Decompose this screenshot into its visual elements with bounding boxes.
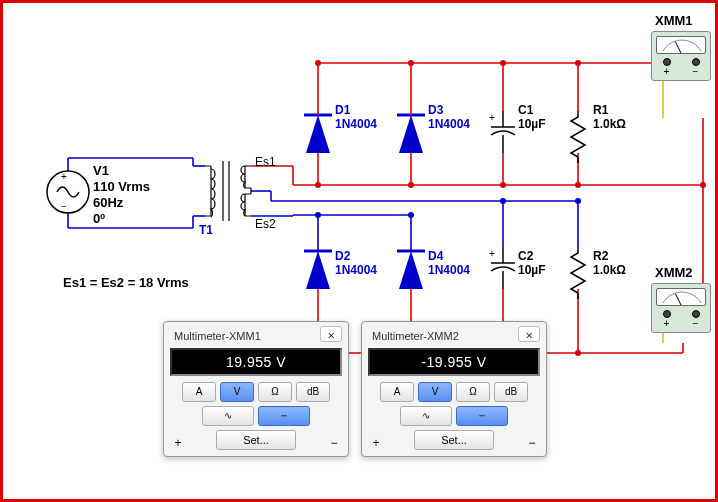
close-icon[interactable]: ⨉ <box>518 326 540 342</box>
terminal-minus[interactable] <box>692 310 700 318</box>
svg-point-44 <box>500 60 506 66</box>
svg-text:−: − <box>61 201 67 212</box>
close-icon[interactable]: ⨉ <box>320 326 342 342</box>
xmm1-name: XMM1 <box>655 13 693 28</box>
xmm2-name: XMM2 <box>655 265 693 280</box>
svg-text:+: + <box>489 112 495 123</box>
svg-point-50 <box>700 182 706 188</box>
diode-d4-icon <box>397 247 425 289</box>
mode-ohms-button[interactable]: Ω <box>258 382 292 402</box>
svg-text:+: + <box>489 248 495 259</box>
minus-icon: − <box>693 66 699 77</box>
source-label: V1 110 Vrms 60Hz 0º <box>93 163 150 227</box>
mode-db-button[interactable]: dB <box>494 382 528 402</box>
svg-point-46 <box>315 182 321 188</box>
popup-title: Multimeter-XMM1 <box>170 328 342 348</box>
svg-point-54 <box>575 350 581 356</box>
multimeter-popup-xmm1[interactable]: Multimeter-XMM1 ⨉ 19.955 V A V Ω dB ∿ ⎓ … <box>163 321 349 457</box>
d4-type: 1N4004 <box>428 263 470 277</box>
plus-icon: + <box>172 436 184 450</box>
mode-amps-button[interactable]: A <box>380 382 414 402</box>
svg-marker-69 <box>399 115 423 153</box>
svg-point-58 <box>575 198 581 204</box>
svg-point-47 <box>408 182 414 188</box>
d4-ref: D4 <box>428 249 443 263</box>
r2-ref: R2 <box>593 249 608 263</box>
minus-icon: − <box>526 436 538 450</box>
diode-d1-icon <box>304 111 332 153</box>
mode-dc-button[interactable]: ⎓ <box>456 406 508 426</box>
reading-display: -19.955 V <box>368 348 540 376</box>
mode-dc-button[interactable]: ⎓ <box>258 406 310 426</box>
minus-icon: − <box>328 436 340 450</box>
sec1-label: Es1 <box>255 155 276 169</box>
svg-point-42 <box>315 60 321 66</box>
capacitor-c2-icon: + <box>489 247 515 289</box>
plus-icon: + <box>664 318 670 329</box>
meter-needle-icon <box>656 36 706 54</box>
svg-point-43 <box>408 60 414 66</box>
svg-marker-66 <box>306 115 330 153</box>
svg-point-55 <box>315 212 321 218</box>
diode-d2-icon <box>304 247 332 289</box>
d2-type: 1N4004 <box>335 263 377 277</box>
mode-ohms-button[interactable]: Ω <box>456 382 490 402</box>
svg-marker-72 <box>306 251 330 289</box>
c1-ref: C1 <box>518 103 533 117</box>
svg-point-48 <box>500 182 506 188</box>
terminal-plus[interactable] <box>663 58 671 66</box>
circuit-diagram: + − <box>0 0 718 502</box>
minus-icon: − <box>693 318 699 329</box>
d3-type: 1N4004 <box>428 117 470 131</box>
svg-point-49 <box>575 182 581 188</box>
transformer-ref: T1 <box>199 223 213 237</box>
transformer-icon <box>205 161 251 221</box>
d1-ref: D1 <box>335 103 350 117</box>
c2-ref: C2 <box>518 249 533 263</box>
plus-icon: + <box>664 66 670 77</box>
popup-title: Multimeter-XMM2 <box>368 328 540 348</box>
mode-volts-button[interactable]: V <box>418 382 452 402</box>
r1-val: 1.0kΩ <box>593 117 626 131</box>
mode-amps-button[interactable]: A <box>182 382 216 402</box>
ac-source-icon: + − <box>47 171 89 213</box>
d2-ref: D2 <box>335 249 350 263</box>
svg-point-45 <box>575 60 581 66</box>
diode-d3-icon <box>397 111 425 153</box>
settings-button[interactable]: Set... <box>216 430 296 450</box>
source-freq: 60Hz <box>93 195 150 211</box>
terminal-minus[interactable] <box>692 58 700 66</box>
svg-text:+: + <box>61 171 67 182</box>
settings-button[interactable]: Set... <box>414 430 494 450</box>
capacitor-c1-icon: + <box>489 111 515 153</box>
svg-point-56 <box>408 212 414 218</box>
multimeter-xmm1-icon[interactable]: + − <box>651 31 711 81</box>
multimeter-xmm2-icon[interactable]: + − <box>651 283 711 333</box>
d3-ref: D3 <box>428 103 443 117</box>
r1-ref: R1 <box>593 103 608 117</box>
c1-val: 10µF <box>518 117 546 131</box>
multimeter-popup-xmm2[interactable]: Multimeter-XMM2 ⨉ -19.955 V A V Ω dB ∿ ⎓… <box>361 321 547 457</box>
mode-ac-button[interactable]: ∿ <box>202 406 254 426</box>
svg-marker-75 <box>399 251 423 289</box>
mode-ac-button[interactable]: ∿ <box>400 406 452 426</box>
sec2-label: Es2 <box>255 217 276 231</box>
terminal-plus[interactable] <box>663 310 671 318</box>
source-ref: V1 <box>93 163 150 179</box>
c2-val: 10µF <box>518 263 546 277</box>
transformer-note: Es1 = Es2 = 18 Vrms <box>63 275 189 290</box>
mode-volts-button[interactable]: V <box>220 382 254 402</box>
source-phase: 0º <box>93 211 150 227</box>
source-voltage: 110 Vrms <box>93 179 150 195</box>
reading-display: 19.955 V <box>170 348 342 376</box>
d1-type: 1N4004 <box>335 117 377 131</box>
svg-point-57 <box>500 198 506 204</box>
meter-needle-icon <box>656 288 706 306</box>
mode-db-button[interactable]: dB <box>296 382 330 402</box>
plus-icon: + <box>370 436 382 450</box>
r2-val: 1.0kΩ <box>593 263 626 277</box>
